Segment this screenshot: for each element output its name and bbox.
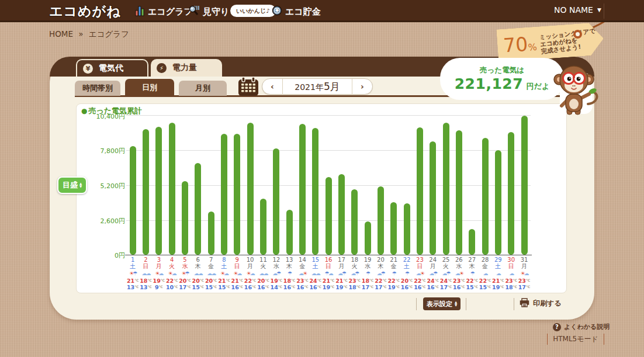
weather-icons: ☁☁ (139, 270, 152, 278)
umbrella-icon: ☂ (342, 271, 345, 276)
up-down-arrows-icon: ▲▼ (79, 182, 82, 189)
subtab-daily[interactable]: 日別 (125, 79, 174, 96)
x-label-day-24: 24月☁☂24℃16℃ (427, 257, 439, 290)
x-label-day-27: 27木☂22℃15℃ (466, 257, 479, 290)
bar-day-5 (178, 115, 191, 255)
weather-icons: ☁ (491, 270, 504, 278)
bar-day-16 (322, 115, 335, 255)
subtab-by-time-of-day[interactable]: 時間帯別 (75, 81, 120, 96)
calendar-icon[interactable] (238, 77, 259, 99)
y-axis-tick: 0円 (76, 251, 125, 260)
x-label-day-9: 9日☀☁21℃16℃ (231, 257, 244, 290)
x-label-day-14: 14金☁☀23℃16℃ (296, 257, 309, 290)
prev-month-button[interactable]: ‹ (262, 82, 282, 91)
cloud-icon: ☁ (442, 271, 446, 276)
nav-item-label: 見守り (203, 6, 229, 18)
cloud-icon: ☁ (250, 271, 254, 276)
x-label-day-11: 11火☁☁20℃16℃ (257, 257, 269, 290)
mission-progress-tag[interactable]: 70% ミッションクリアで エコめがねを 完成させよう! (496, 22, 604, 63)
x-label-day-2: 2日☁☁18℃13℃ (139, 257, 152, 290)
nav-item-mimamori[interactable]: 見守り (189, 5, 229, 19)
bar-day-23 (413, 115, 426, 255)
weather-icons: ☂ (361, 270, 374, 278)
weather-icons: ☁ (505, 270, 518, 278)
x-label-day-1: 1土☀☂21℃13℃ (126, 257, 139, 290)
display-settings-button[interactable]: 表示設定 ▲▼ (423, 297, 461, 310)
weather-icons: ☁☂ (374, 270, 387, 278)
subtab-monthly[interactable]: 月別 (179, 81, 227, 96)
x-label-day-6: 6木☁☁20℃15℃ (192, 257, 205, 290)
chevron-down-icon: ▼ (597, 7, 601, 13)
cloud-icon: ☁ (496, 271, 500, 276)
x-label-day-17: 17月☁☂21℃19℃ (335, 257, 348, 290)
bar-day-27 (466, 115, 479, 255)
weather-icons: ☁☀ (296, 270, 309, 278)
x-label-day-16: 16日☂☁21℃19℃ (322, 257, 335, 290)
bar-chart-icon (135, 5, 145, 19)
cloud-icon: ☁ (211, 271, 215, 276)
cloud-icon: ☁ (237, 271, 241, 276)
x-label-day-7: 7金☁☁20℃15℃ (205, 257, 217, 290)
weather-icons: ☁☂ (335, 270, 348, 278)
date-navigator: ‹ 2021年5月 › (262, 78, 373, 95)
bar-day-10 (244, 115, 257, 255)
bar-day-19 (361, 115, 374, 255)
status-bubble: いいかんじ♪ (230, 5, 276, 17)
bar-day-29 (491, 115, 504, 255)
bar-day-2 (139, 115, 152, 255)
weather-icons: ☁ (479, 270, 491, 278)
umbrella-icon: ☂ (405, 271, 408, 276)
help-link[interactable]: ? よくわかる説明 (553, 323, 610, 331)
weather-icons: ☁☁ (309, 270, 322, 278)
weather-icons: ☀☁ (244, 270, 257, 278)
cloud-icon: ☁ (224, 271, 228, 276)
current-month-label: 2021年5月 (282, 79, 352, 95)
breadcrumb-home-link[interactable]: HOME (49, 29, 73, 39)
bar-day-11 (257, 115, 269, 255)
weather-icons: ☁☁ (205, 270, 217, 278)
bar-day-8 (217, 115, 230, 255)
sun-icon: ☀ (459, 271, 463, 276)
cloud-icon: ☁ (158, 271, 162, 276)
user-menu-label: NO NAME (554, 5, 593, 15)
umbrella-icon: ☂ (185, 271, 188, 276)
html5-mode-link[interactable]: HTML5モード (547, 334, 604, 345)
cloud-icon: ☁ (338, 271, 342, 276)
cloud-icon: ☁ (198, 271, 202, 276)
x-label-day-25: 25火☁☂24℃17℃ (439, 257, 452, 290)
umbrella-icon: ☂ (381, 271, 385, 276)
weather-icons: ☁☂ (348, 270, 361, 278)
breadcrumb-separator: » (78, 29, 83, 39)
tab-power-amount[interactable]: ⚡ 電力量 (151, 59, 222, 77)
bar-day-4 (165, 115, 178, 255)
yen-coin-icon: ¥ (83, 64, 93, 74)
umbrella-icon: ☂ (392, 271, 396, 276)
bar-day-6 (192, 115, 205, 255)
x-axis-line (125, 255, 532, 255)
tab-electricity-cost[interactable]: ¥ 電気代 (76, 59, 148, 77)
app-logo[interactable]: エコめがね (49, 2, 121, 20)
weather-icons: ☁☀ (452, 270, 465, 278)
sun-icon: ☀ (303, 271, 306, 276)
x-label-day-12: 12水☁☂19℃14℃ (270, 257, 283, 290)
cloud-icon: ☁ (172, 271, 176, 276)
print-button[interactable]: 印刷する (520, 298, 562, 309)
mascot-monkey-icon (543, 62, 605, 117)
nav-item-ecochokin[interactable]: ¥ エコ貯金 (272, 5, 321, 18)
bar-day-9 (231, 115, 244, 255)
x-label-day-8: 8土☀☁21℃15℃ (217, 257, 230, 290)
scale-toggle-button[interactable]: 目盛 ▲▼ (57, 176, 87, 194)
nav-item-ecograph[interactable]: エコグラフ (135, 5, 193, 19)
user-menu[interactable]: NO NAME ▼ (554, 5, 601, 15)
next-month-button[interactable]: › (352, 82, 372, 91)
umbrella-icon: ☂ (470, 271, 474, 276)
weather-icons: ☁☂ (439, 270, 452, 278)
bar-day-21 (387, 115, 400, 255)
umbrella-icon: ☂ (433, 271, 437, 276)
bar-day-3 (153, 115, 165, 255)
y-axis-tick: 10,400円 (76, 112, 125, 121)
x-label-day-29: 29土☁21℃19℃ (491, 257, 504, 290)
cloud-icon: ☁ (311, 271, 316, 276)
tab-label: 電気代 (99, 63, 123, 74)
weather-icons: ☀☂ (126, 270, 139, 278)
